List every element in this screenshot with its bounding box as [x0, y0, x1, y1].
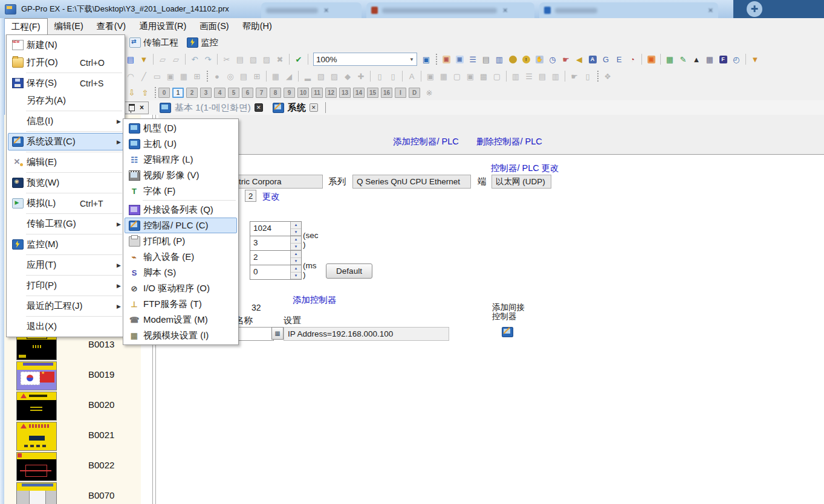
screen-number-button-10[interactable]: 10 — [297, 88, 309, 98]
menubar-item[interactable]: 画面(S) — [193, 18, 235, 34]
pin-icon[interactable] — [129, 104, 135, 111]
text-table-icon[interactable]: A — [586, 53, 599, 65]
screen-number-button-11[interactable]: 11 — [311, 88, 323, 98]
menubar-item[interactable]: 工程(F) — [4, 18, 48, 34]
filmstrip-icon[interactable]: ▦ — [438, 70, 450, 82]
delete-icon[interactable]: ✖ — [274, 53, 286, 65]
screen-list-item[interactable]: B0070 — [4, 482, 141, 504]
screen-number-button-13[interactable]: 13 — [339, 88, 351, 98]
copy-icon[interactable]: ▤ — [234, 53, 246, 65]
jar-icon[interactable]: ▯ — [582, 70, 594, 82]
file-menu-item[interactable]: 最近的工程(J)▶ — [8, 297, 123, 315]
tab-close-icon[interactable]: ✕ — [502, 7, 508, 15]
screen-thumbnail[interactable] — [16, 452, 57, 481]
spin-up-icon[interactable]: ▲ — [291, 236, 301, 244]
file-menu-item[interactable]: 编辑(E) — [8, 153, 123, 171]
screen-number-button-0[interactable]: 0 — [158, 88, 170, 98]
screen-thumbnail[interactable] — [16, 422, 57, 451]
delete-controller-plc-link[interactable]: 删除控制器/ PLC — [476, 136, 542, 147]
system-submenu-item[interactable]: 外接设备列表 (Q) — [125, 202, 237, 218]
tab-close-icon[interactable]: ✕ — [255, 103, 263, 112]
screen1-icon[interactable]: ▣ — [464, 70, 476, 82]
bulb-icon[interactable]: ◎ — [224, 70, 236, 82]
key-icon[interactable]: — — [507, 53, 519, 65]
diamond-icon[interactable]: ✚ — [355, 70, 367, 82]
global-g-icon[interactable]: G — [600, 53, 612, 65]
spinner-field[interactable]: 0 ▲▼ — [250, 265, 302, 280]
screen-list-item[interactable]: B0019 — [4, 361, 141, 391]
date-icon[interactable]: ⊞ — [251, 70, 263, 82]
image-icon[interactable]: ▣ — [164, 70, 177, 82]
spinner-field[interactable]: 1024 ▲▼ — [250, 221, 302, 236]
screen-list-item[interactable]: B0021 — [4, 421, 141, 451]
upload-screen-icon[interactable]: ⇧ — [139, 86, 151, 99]
system-submenu-item[interactable]: 主机 (U) — [125, 136, 237, 152]
spin-up-icon[interactable]: ▲ — [291, 251, 301, 258]
menubar-item[interactable]: 帮助(H) — [236, 18, 279, 34]
burger-icon[interactable]: ● — [211, 70, 223, 82]
screen-list-item[interactable]: B0022 — [4, 451, 141, 482]
document-tab[interactable]: 基本 1(1-메인화면)✕ — [155, 100, 268, 115]
screen-number-button-3[interactable]: 3 — [200, 88, 212, 98]
pipe1-icon[interactable]: ▯ — [374, 70, 386, 82]
file-menu-item[interactable]: 模拟(L)Ctrl+T — [8, 195, 123, 212]
system-submenu-item[interactable]: 视频/ 影像 (V) — [125, 167, 237, 183]
screen-number-button-12[interactable]: 12 — [325, 88, 337, 98]
hand-icon[interactable]: ☛ — [568, 70, 580, 82]
package-blue-icon[interactable]: ▣ — [453, 53, 466, 65]
spin-down-icon[interactable]: ▼ — [291, 258, 301, 265]
system-submenu-item[interactable]: ☎Modem设置 (M) — [125, 312, 237, 328]
system-submenu-item[interactable]: 打印机 (P) — [125, 233, 237, 249]
zoom-combobox[interactable]: 100%▼ — [313, 53, 417, 66]
screen-list-item[interactable]: B0020 — [4, 391, 141, 421]
new-tab-icon[interactable]: ✚ — [747, 1, 762, 17]
open2-gray-icon[interactable]: ▱ — [170, 53, 182, 65]
note-icon[interactable]: ▤ — [238, 70, 250, 82]
chart-line-icon[interactable]: ▨ — [328, 70, 340, 82]
monitor-button[interactable]: 监控 — [183, 36, 222, 50]
file-menu-item[interactable]: 打印(P)▶ — [8, 277, 123, 294]
screen-number-button-6[interactable]: 6 — [242, 88, 253, 98]
a-box-icon[interactable]: A — [406, 70, 418, 82]
parts-list-icon[interactable]: ☰ — [467, 53, 479, 65]
plc-settings-button[interactable]: ▦ — [271, 327, 284, 340]
file-menu-item[interactable]: 新建(N) — [8, 36, 123, 54]
chart-x-icon[interactable]: ▧ — [315, 70, 327, 82]
part-icon[interactable]: ❖ — [602, 70, 614, 82]
list1-icon[interactable]: ▤ — [536, 70, 548, 82]
screen-number-button-9[interactable]: 9 — [284, 88, 295, 98]
rect-icon[interactable]: ▭ — [151, 70, 163, 82]
sound-icon[interactable]: ◀ — [573, 53, 585, 65]
screen-number-button-16[interactable]: 16 — [381, 88, 392, 98]
add-controller-link[interactable]: 添加控制器 — [293, 294, 337, 306]
torch-icon[interactable]: ▼ — [749, 53, 761, 65]
layers-icon[interactable]: ▣ — [424, 70, 436, 82]
file-menu-item[interactable]: 退出(X) — [8, 318, 123, 335]
system-submenu-item[interactable]: T字体 (F) — [125, 183, 237, 199]
table-icon[interactable]: ⊞ — [191, 70, 203, 82]
cut-icon[interactable]: ✂ — [221, 53, 233, 65]
system-submenu-item[interactable]: ☷逻辑程序 (L) — [125, 152, 237, 167]
plc-setting-value[interactable]: IP Address=192.168.000.100 — [284, 327, 449, 341]
system-submenu-item[interactable]: ⊥FTP服务器 (T) — [125, 296, 237, 312]
callout-icon[interactable]: ▥ — [510, 70, 522, 82]
screen3-icon[interactable]: ▢ — [491, 70, 503, 82]
screen-number-button-2[interactable]: 2 — [186, 88, 198, 98]
rocket-icon[interactable]: ▲ — [690, 53, 702, 65]
screen-number-button-4[interactable]: 4 — [214, 88, 225, 98]
spin-down-icon[interactable]: ▼ — [291, 273, 301, 280]
edit-green-icon[interactable]: ✎ — [677, 53, 689, 65]
screen-number-button-D[interactable]: D — [409, 88, 420, 98]
duplicate-icon[interactable]: ▨ — [261, 53, 273, 65]
doc-export-icon[interactable]: ▥ — [493, 53, 505, 65]
save-all-icon[interactable]: ▼ — [138, 53, 150, 65]
package-red-icon[interactable]: ▣ — [440, 53, 452, 65]
global-e-icon[interactable]: E — [613, 53, 625, 65]
redo-icon[interactable]: ↷ — [202, 53, 214, 65]
screen-color-icon[interactable]: ▣ — [420, 53, 432, 65]
open-gray-icon[interactable]: ▱ — [157, 53, 169, 65]
grid-icon[interactable]: ▦ — [270, 70, 282, 82]
camera-icon[interactable]: ▢ — [451, 70, 463, 82]
pages-f-icon[interactable]: F — [717, 53, 729, 65]
browser-tab[interactable]: ✕ — [261, 2, 362, 18]
